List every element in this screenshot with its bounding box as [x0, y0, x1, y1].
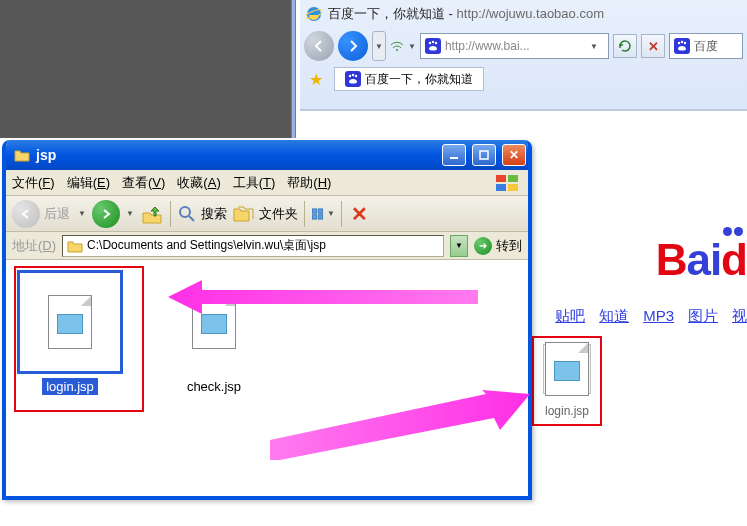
- jsp-file-icon: [48, 295, 92, 349]
- svg-point-5: [432, 41, 434, 43]
- nav-history-dropdown[interactable]: ▼: [372, 31, 386, 61]
- maximize-button[interactable]: [472, 144, 496, 166]
- nav-back-button[interactable]: [304, 31, 334, 61]
- address-dropdown[interactable]: ▼: [450, 235, 468, 257]
- tab-baidu[interactable]: 百度一下，你就知道: [334, 67, 484, 91]
- wifi-dropdown[interactable]: ▼: [408, 42, 416, 51]
- toolbar-back-button[interactable]: 后退▼: [12, 200, 86, 228]
- dragged-file-target[interactable]: login.jsp: [532, 336, 602, 426]
- baidu-favicon: [425, 38, 441, 54]
- file-item-login[interactable]: login.jsp: [16, 270, 124, 395]
- explorer-file-pane[interactable]: login.jsp check.jsp: [6, 260, 528, 496]
- svg-rect-16: [480, 151, 488, 159]
- menu-tools[interactable]: 工具(T): [233, 174, 276, 192]
- svg-point-12: [349, 75, 351, 77]
- ie-browser-chrome: 百度一下，你就知道 - http://wojuwu.taobao.com ▼ ▼…: [300, 0, 747, 110]
- baidu-link-video[interactable]: 视: [732, 307, 747, 326]
- baidu-nav-links: 贴吧 知道 MP3 图片 视: [555, 307, 747, 326]
- file-item-check[interactable]: check.jsp: [160, 270, 268, 395]
- svg-point-6: [435, 42, 437, 44]
- svg-rect-19: [496, 184, 506, 191]
- svg-point-10: [684, 42, 686, 44]
- svg-point-13: [352, 74, 354, 76]
- explorer-address-bar: 地址(D) C:\Documents and Settings\elvin.wu…: [6, 232, 528, 260]
- explorer-toolbar: 后退▼ ▼ 搜索 文件夹 ▼ ✕: [6, 196, 528, 232]
- toolbar-views-button[interactable]: ▼: [311, 202, 335, 226]
- toolbar-up-button[interactable]: [140, 202, 164, 226]
- svg-rect-24: [312, 214, 316, 218]
- refresh-button[interactable]: [613, 34, 637, 58]
- file-icon: [543, 344, 591, 394]
- search-icon: [177, 204, 197, 224]
- explorer-window: jsp ✕ 文件(F) 编辑(E) 查看(V) 收藏(A) 工具(T) 帮助(H…: [2, 140, 532, 500]
- panel-resize-border[interactable]: [291, 0, 296, 138]
- toolbar-delete-button[interactable]: ✕: [348, 202, 372, 226]
- nav-forward-button[interactable]: [338, 31, 368, 61]
- baidu-logo: Baid: [656, 235, 747, 285]
- baidu-link-zhidao[interactable]: 知道: [599, 307, 629, 326]
- svg-point-4: [429, 42, 431, 44]
- folder-icon: [14, 147, 30, 163]
- baidu-tab-favicon: [345, 71, 361, 87]
- explorer-titlebar[interactable]: jsp ✕: [6, 140, 528, 170]
- favorites-star-button[interactable]: ★: [304, 67, 328, 91]
- menu-view[interactable]: 查看(V): [122, 174, 165, 192]
- svg-rect-20: [508, 184, 518, 191]
- file-label: login.jsp: [534, 404, 600, 418]
- ie-logo-icon: [306, 6, 322, 22]
- ie-titlebar[interactable]: 百度一下，你就知道 - http://wojuwu.taobao.com: [300, 0, 747, 28]
- svg-rect-22: [312, 208, 316, 212]
- menu-help[interactable]: 帮助(H): [287, 174, 331, 192]
- svg-point-14: [355, 75, 357, 77]
- close-button[interactable]: ✕: [502, 144, 526, 166]
- search-box[interactable]: 百度: [669, 33, 743, 59]
- search-box-label: 百度: [694, 38, 718, 55]
- svg-point-21: [180, 207, 190, 217]
- baidu-search-favicon: [674, 38, 690, 54]
- svg-rect-15: [450, 157, 458, 159]
- address-path: C:\Documents and Settings\elvin.wu\桌面\js…: [87, 237, 326, 254]
- toolbar-folders-button[interactable]: 文件夹: [233, 204, 298, 224]
- wifi-icon: [390, 40, 404, 52]
- svg-point-9: [681, 41, 683, 43]
- explorer-title: jsp: [36, 147, 56, 163]
- address-label: 地址(D): [12, 237, 56, 255]
- menu-edit[interactable]: 编辑(E): [67, 174, 110, 192]
- stop-button[interactable]: ✕: [641, 34, 665, 58]
- address-dropdown[interactable]: ▼: [590, 42, 604, 51]
- ie-navbar: ▼ ▼ http://www.bai... ▼ ✕ 百度: [300, 28, 747, 64]
- svg-point-8: [678, 42, 680, 44]
- menu-favorites[interactable]: 收藏(A): [177, 174, 220, 192]
- toolbar-forward-button[interactable]: [92, 200, 120, 228]
- folder-icon: [67, 238, 83, 254]
- svg-point-2: [396, 49, 398, 51]
- jsp-file-icon: [192, 295, 236, 349]
- file-label: check.jsp: [183, 378, 245, 395]
- toolbar-search-button[interactable]: 搜索: [177, 204, 227, 224]
- address-input[interactable]: C:\Documents and Settings\elvin.wu\桌面\js…: [62, 235, 444, 257]
- baidu-link-tieba[interactable]: 贴吧: [555, 307, 585, 326]
- explorer-menubar: 文件(F) 编辑(E) 查看(V) 收藏(A) 工具(T) 帮助(H): [6, 170, 528, 196]
- forward-dropdown[interactable]: ▼: [126, 209, 134, 218]
- ie-tab-strip: ★ 百度一下，你就知道: [300, 64, 747, 94]
- go-button[interactable]: ➜转到: [474, 237, 522, 255]
- windows-flag-icon: [494, 173, 522, 193]
- address-text: http://www.bai...: [445, 39, 530, 53]
- baidu-link-image[interactable]: 图片: [688, 307, 718, 326]
- menu-file[interactable]: 文件(F): [12, 174, 55, 192]
- baidu-link-mp3[interactable]: MP3: [643, 307, 674, 326]
- minimize-button[interactable]: [442, 144, 466, 166]
- folders-icon: [233, 204, 255, 224]
- svg-rect-23: [318, 208, 322, 212]
- ie-window-title: 百度一下，你就知道 - http://wojuwu.taobao.com: [328, 5, 604, 23]
- svg-rect-17: [496, 175, 506, 182]
- address-bar[interactable]: http://www.bai... ▼: [420, 33, 609, 59]
- file-label: login.jsp: [42, 378, 98, 395]
- tab-label: 百度一下，你就知道: [365, 71, 473, 88]
- svg-rect-18: [508, 175, 518, 182]
- background-panel: [0, 0, 296, 138]
- svg-rect-25: [318, 214, 322, 218]
